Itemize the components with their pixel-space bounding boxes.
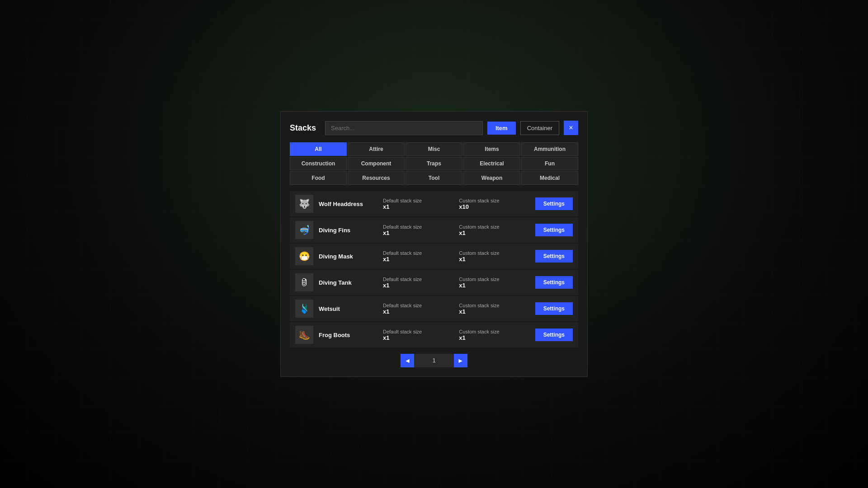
default-stack-value: x1	[383, 308, 453, 315]
item-icon: 🥾	[295, 326, 313, 344]
item-icon: 🛢	[295, 273, 313, 291]
custom-stack-label: Custom stack size	[459, 198, 529, 203]
filter-electrical[interactable]: Electrical	[463, 157, 520, 170]
custom-stack-value: x1	[459, 308, 529, 315]
close-button[interactable]: ×	[564, 121, 578, 135]
filter-fun[interactable]: Fun	[521, 157, 578, 170]
item-name: Diving Fins	[319, 227, 377, 234]
custom-stack-info: Custom stack size x1	[459, 277, 529, 289]
item-icon: 🐺	[295, 195, 313, 213]
settings-button[interactable]: Settings	[535, 302, 573, 315]
default-stack-info: Default stack size x1	[383, 250, 453, 263]
item-name: Frog Boots	[319, 332, 377, 338]
custom-stack-value: x1	[459, 256, 529, 263]
filter-items[interactable]: Items	[463, 142, 520, 156]
items-list: 🐺 Wolf Headdress Default stack size x1 C…	[290, 191, 578, 347]
default-stack-value: x1	[383, 282, 453, 289]
default-stack-label: Default stack size	[383, 329, 453, 334]
filter-tool[interactable]: Tool	[406, 171, 462, 185]
search-input[interactable]	[325, 121, 483, 135]
default-stack-label: Default stack size	[383, 250, 453, 256]
table-row: 🩱 Wetsuit Default stack size x1 Custom s…	[290, 296, 578, 321]
table-row: 🤿 Diving Fins Default stack size x1 Cust…	[290, 217, 578, 243]
container-button[interactable]: Container	[520, 121, 559, 135]
default-stack-label: Default stack size	[383, 303, 453, 308]
prev-page-button[interactable]: ◄	[401, 354, 414, 367]
item-icon: 🩱	[295, 300, 313, 318]
next-page-button[interactable]: ►	[454, 354, 467, 367]
filter-attire[interactable]: Attire	[348, 142, 405, 156]
current-page: 1	[414, 354, 453, 367]
default-stack-info: Default stack size x1	[383, 198, 453, 210]
default-stack-value: x1	[383, 203, 453, 210]
default-stack-info: Default stack size x1	[383, 329, 453, 341]
filter-resources[interactable]: Resources	[348, 171, 405, 185]
custom-stack-info: Custom stack size x10	[459, 198, 529, 210]
custom-stack-label: Custom stack size	[459, 277, 529, 282]
custom-stack-value: x10	[459, 203, 529, 210]
filter-construction[interactable]: Construction	[290, 157, 347, 170]
filter-food[interactable]: Food	[290, 171, 347, 185]
header-row: Stacks Item Container ×	[290, 121, 578, 135]
default-stack-info: Default stack size x1	[383, 277, 453, 289]
pagination: ◄ 1 ►	[290, 354, 578, 367]
settings-button[interactable]: Settings	[535, 224, 573, 236]
default-stack-value: x1	[383, 230, 453, 236]
settings-button[interactable]: Settings	[535, 197, 573, 210]
custom-stack-label: Custom stack size	[459, 250, 529, 256]
custom-stack-value: x1	[459, 282, 529, 289]
default-stack-info: Default stack size x1	[383, 224, 453, 236]
default-stack-label: Default stack size	[383, 277, 453, 282]
item-name: Wetsuit	[319, 305, 377, 312]
filter-medical[interactable]: Medical	[521, 171, 578, 185]
table-row: 🛢 Diving Tank Default stack size x1 Cust…	[290, 270, 578, 295]
default-stack-value: x1	[383, 334, 453, 341]
custom-stack-value: x1	[459, 334, 529, 341]
item-icon: 🤿	[295, 221, 313, 239]
filter-ammunition[interactable]: Ammunition	[521, 142, 578, 156]
default-stack-label: Default stack size	[383, 224, 453, 230]
item-button[interactable]: Item	[487, 122, 516, 135]
filter-traps[interactable]: Traps	[406, 157, 462, 170]
item-name: Wolf Headdress	[319, 201, 377, 207]
settings-button[interactable]: Settings	[535, 276, 573, 289]
custom-stack-info: Custom stack size x1	[459, 329, 529, 341]
custom-stack-label: Custom stack size	[459, 329, 529, 334]
item-name: Diving Mask	[319, 253, 377, 260]
custom-stack-value: x1	[459, 230, 529, 236]
custom-stack-info: Custom stack size x1	[459, 250, 529, 263]
default-stack-label: Default stack size	[383, 198, 453, 203]
custom-stack-info: Custom stack size x1	[459, 303, 529, 315]
default-stack-info: Default stack size x1	[383, 303, 453, 315]
table-row: 😷 Diving Mask Default stack size x1 Cust…	[290, 244, 578, 269]
table-row: 🥾 Frog Boots Default stack size x1 Custo…	[290, 322, 578, 347]
custom-stack-label: Custom stack size	[459, 303, 529, 308]
default-stack-value: x1	[383, 256, 453, 263]
item-name: Diving Tank	[319, 279, 377, 286]
filter-all[interactable]: All	[290, 142, 347, 156]
filter-grid: All Attire Misc Items Ammunition Constru…	[290, 142, 578, 185]
item-icon: 😷	[295, 247, 313, 265]
panel-title: Stacks	[290, 123, 316, 133]
settings-button[interactable]: Settings	[535, 250, 573, 263]
filter-component[interactable]: Component	[348, 157, 405, 170]
settings-button[interactable]: Settings	[535, 328, 573, 341]
filter-weapon[interactable]: Weapon	[463, 171, 520, 185]
table-row: 🐺 Wolf Headdress Default stack size x1 C…	[290, 191, 578, 216]
filter-misc[interactable]: Misc	[406, 142, 462, 156]
custom-stack-label: Custom stack size	[459, 224, 529, 230]
stacks-panel: Stacks Item Container × All Attire Misc …	[280, 111, 588, 377]
custom-stack-info: Custom stack size x1	[459, 224, 529, 236]
